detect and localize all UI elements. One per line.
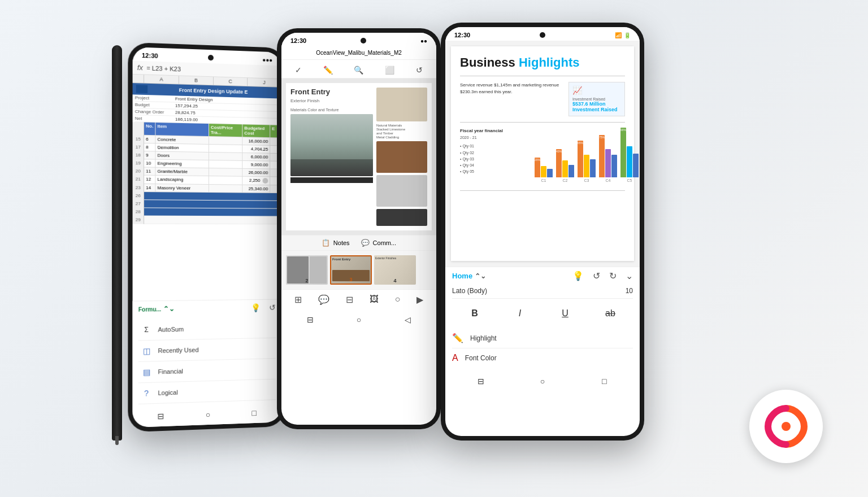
recents-button[interactable]: □ [249,407,260,418]
slide-title: Front Entry [290,88,373,96]
bar-group-q5: 90% C5 [620,127,639,182]
excel-bottom-toolbar: Formu... ⌃⌄ 💡 ↺ Σ AutoSum ◫ Recently Use… [133,299,281,427]
highlight-row[interactable]: ✏️ Highlight [452,328,633,348]
slide-thumbnails: 2 Front Entry 3 Exterior Finishes 4 [281,251,436,289]
slide-content: Front Entry Exterior Finish Materials Co… [290,88,427,226]
excel-toolbar-icons: 💡 ↺ [251,303,276,312]
fiscal-text: Fiscal year financial 2020 - 21 • Qty 01… [460,128,529,185]
s-pen [112,45,122,441]
home-tab[interactable]: Home ⌃⌄ [452,272,486,280]
font-name[interactable]: Lato (Body) [452,287,487,295]
swatch-dark [376,209,427,226]
autosum-item[interactable]: Σ AutoSum [138,317,276,341]
excel-status-icons: ●●● [262,56,272,63]
strikethrough-button[interactable]: ab [600,303,620,324]
more-icon[interactable]: ⌄ [626,271,633,281]
home-button[interactable]: ○ [353,314,364,325]
notes-button[interactable]: 📋 Notes [322,239,350,247]
comment-add-icon[interactable]: 💬 [318,294,329,305]
recently-used-item[interactable]: ◫ Recently Used [138,338,276,362]
material-labels: Natural Materials Stacked Limestone and … [376,124,427,139]
pen-icon[interactable]: ✏️ [323,66,333,75]
underline-button[interactable]: U [555,303,575,324]
sigma-icon: Σ [141,324,152,336]
table-row: 27 [133,200,281,209]
slide-area: Front Entry Exterior Finish Materials Co… [281,79,436,235]
bar-group-q1: 20% C1 [535,127,553,182]
word-screen: 12:30 📶 🔋 Business Highlights Service re… [445,27,640,436]
toolbar-action-icons: 💡 ↺ ↻ ⌄ [572,271,633,281]
ideas-icon[interactable]: 💡 [572,271,584,281]
ppt-header: OceanView_Malibu_Materials_M2 [281,46,436,60]
more-icon[interactable]: ▶ [416,294,423,305]
word-time: 12:30 [454,32,470,38]
undo-icon[interactable]: ↺ [593,271,600,281]
chart-icon: 📈 [572,86,621,95]
investment-chart: 📈 Investment Raised $537.6 Million Inves… [568,82,625,116]
excel-table-area: No. Item Cost/Price Tra... Budgeted Cost… [133,122,281,224]
ms365-logo-container [749,390,823,463]
recents-button[interactable]: ◁ [402,314,413,325]
slide-thumb-4[interactable]: Exterior Finishes 4 [374,255,416,285]
excel-time: 12:30 [142,52,158,59]
phone-word: 12:30 📶 🔋 Business Highlights Service re… [441,23,644,441]
comments-button[interactable]: 💬 Comm... [361,239,397,247]
bar-group-q2: 40% C2 [556,127,574,182]
undo-icon[interactable]: ↺ [416,66,423,75]
home-button[interactable]: ○ [202,409,214,421]
back-button[interactable]: ⊟ [155,410,167,422]
bar-chart-container: 20% C1 40% [535,128,625,185]
ppt-screen: 12:30 ●● OceanView_Malibu_Materials_M2 ✓… [281,33,436,425]
bar-group-q4: 75% C4 [599,127,617,182]
search-icon[interactable]: 🔍 [354,66,363,75]
excel-nav-bar: ⊟ ○ □ [133,402,281,428]
ppt-bottom-tools: ⊞ 💬 ⊟ 🖼 ○ ▶ [281,289,436,309]
financial-icon: ▤ [141,366,152,378]
bold-button[interactable]: B [465,303,485,324]
undo-icon[interactable]: ↺ [269,303,276,312]
bar-group-q3: 65% C3 [578,127,596,182]
slide-thumb-3[interactable]: Front Entry 3 [330,255,372,285]
materials-label: Materials Color and Texture [290,108,373,112]
notes-icon: 📋 [322,239,330,247]
present-icon[interactable]: ⬜ [385,66,394,75]
phone-powerpoint: 12:30 ●● OceanView_Malibu_Materials_M2 ✓… [277,28,441,429]
shape-icon[interactable]: ○ [395,294,401,305]
italic-button[interactable]: I [510,303,530,324]
ppt-camera [361,38,366,43]
font-color-row[interactable]: A Font Color [452,348,633,368]
table-row: 28 [133,208,281,216]
check-icon[interactable]: ✓ [295,66,302,75]
table-row: 29 [133,216,281,224]
swatch-wood [376,141,427,173]
house-image [290,114,373,176]
service-revenue-text: Service revenue $1,145m and marketing re… [460,82,563,116]
ppt-time: 12:30 [290,37,306,44]
home-button[interactable]: ○ [537,376,548,387]
phone-excel: 12:30 ●●● fx = L23 + K23 A B C J Front E… [128,42,285,433]
svg-point-0 [782,422,791,431]
title-divider [460,76,625,76]
font-size[interactable]: 10 [626,287,633,295]
logical-item[interactable]: ? Logical [138,380,276,404]
slide-subtitle: Exterior Finish [290,98,373,103]
excel-formula-tab[interactable]: Formu... ⌃⌄ [138,305,175,313]
slide-footer-bar [290,177,373,183]
redo-icon[interactable]: ↻ [609,271,617,281]
bottom-divider [460,190,625,191]
word-toolbar: Home ⌃⌄ 💡 ↺ ↻ ⌄ Lato (Body) 10 B I U [445,267,640,371]
lightbulb-icon[interactable]: 💡 [251,303,261,312]
swatch-gray [376,175,427,207]
swatch-limestone [376,88,427,121]
word-doc-area: Business Highlights Service revenue $1,1… [445,41,640,267]
image-icon[interactable]: 🖼 [370,294,379,305]
font-color-icon: A [452,353,458,363]
grid-icon[interactable]: ⊟ [346,294,353,305]
recents-button[interactable]: □ [598,376,610,387]
highlight-icon: ✏️ [452,333,463,343]
back-button[interactable]: ⊟ [305,314,316,325]
slide-thumb-2[interactable]: 2 [286,255,328,285]
format-row: B I U ab [452,299,633,328]
table-icon[interactable]: ⊞ [294,294,302,305]
back-button[interactable]: ⊟ [475,376,487,387]
